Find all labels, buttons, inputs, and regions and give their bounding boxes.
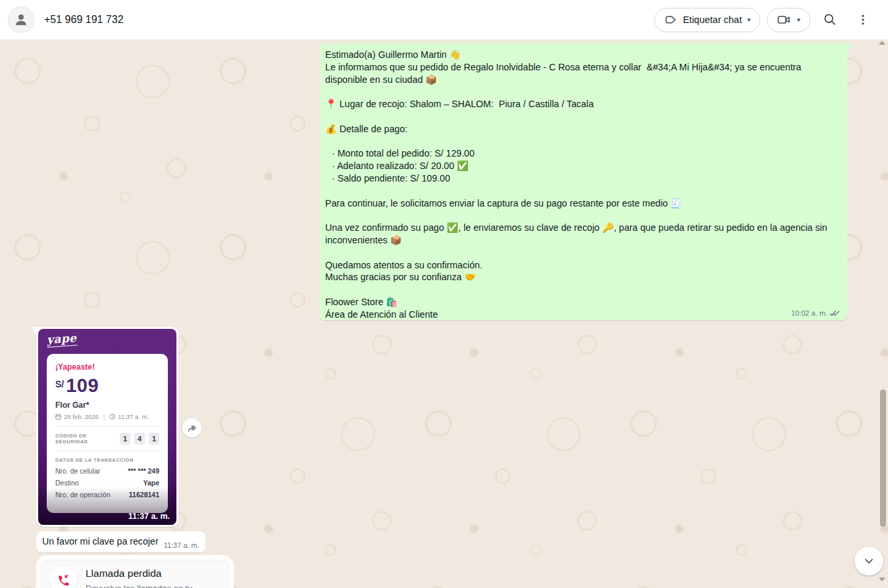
forward-message-button[interactable] [182, 418, 201, 437]
receipt-headline: ¡Yapeaste! [55, 362, 159, 372]
scrollbar-thumb[interactable] [880, 389, 886, 527]
security-code-row: CÓDIGO DE SEGURIDAD 1 4 1 [55, 433, 159, 445]
tx-label: Destino [55, 479, 79, 487]
call-icon-circle [49, 566, 77, 588]
message-line: Área de Atención al Cliente [325, 308, 841, 321]
scrollbar-up-arrow[interactable] [879, 41, 885, 45]
chat-title[interactable]: +51 969 191 732 [44, 14, 124, 26]
chat-panel: Estimado(a) Guillermo Martin 👋 Le inform… [0, 39, 888, 588]
chevron-down-icon: ▾ [747, 16, 751, 23]
message-line: Estimado(a) Guillermo Martin 👋 [325, 49, 841, 61]
double-check-icon [829, 310, 841, 317]
yape-receipt: yape ¡Yapeaste! S/ 109 Flor Gar* 28 feb.… [38, 329, 176, 525]
receipt-date: 28 feb. 2026 [64, 413, 99, 420]
message-line: Floower Store 🛍️ [325, 296, 841, 308]
chevron-down-icon: ▾ [797, 16, 800, 23]
clock-icon [109, 414, 115, 420]
chevron-down-icon [862, 554, 876, 568]
tx-value: *** *** 249 [128, 467, 159, 475]
missed-call-texts: Llamada perdida Devuelve las llamadas en… [86, 566, 221, 588]
message-line: · Adelanto realizado: S/ 20.00 ✅ [325, 160, 841, 172]
label-chat-button[interactable]: Etiquetar chat ▾ [654, 8, 760, 32]
whatsapp-window: +51 969 191 732 Etiquetar chat ▾ ▾ [0, 0, 888, 588]
missed-call-message: Llamada perdida Devuelve las llamadas en… [36, 555, 234, 588]
transaction-row: Destino Yape [55, 479, 159, 487]
tx-label: Nro. de celular [55, 467, 100, 475]
incoming-text-message: Un favor mi clave pa recojer 11:37 a. m. [36, 531, 205, 552]
payee-name: Flor Gar* [55, 401, 159, 410]
outgoing-order-message: Estimado(a) Guillermo Martin 👋 Le inform… [319, 43, 847, 320]
transaction-section-label: DATOS DE LA TRANSACCIÓN [55, 457, 159, 463]
message-line: Quedamos atentos a su confirmación. [325, 259, 841, 272]
missed-call-subtitle: Devuelve las llamadas en tu teléfono [86, 583, 221, 588]
message-line: Una vez confirmado su pago ✅, le enviare… [325, 222, 841, 247]
separator: | [103, 413, 105, 420]
currency-symbol: S/ [55, 379, 64, 389]
chat-header: +51 969 191 732 Etiquetar chat ▾ ▾ [0, 0, 888, 39]
header-actions: Etiquetar chat ▾ ▾ [654, 7, 876, 33]
label-tag-icon [664, 14, 677, 26]
message-timestamp: 11:37 a. m. [164, 541, 199, 549]
missed-call-title: Llamada perdida [86, 568, 221, 579]
receipt-image-message[interactable]: yape ¡Yapeaste! S/ 109 Flor Gar* 28 feb.… [36, 327, 178, 527]
message-line: · Monto total del pedido: S/ 129.00 [325, 147, 841, 160]
receipt-datetime: 28 feb. 2026 | 11:37 a. m. [55, 413, 159, 420]
search-icon [823, 12, 837, 27]
message-line: 💰 Detalle de pago: [325, 123, 841, 135]
divider [55, 426, 159, 427]
yape-logo: yape [46, 331, 77, 347]
receipt-amount: S/ 109 [55, 376, 159, 395]
code-digit: 1 [149, 433, 159, 445]
code-digit: 4 [134, 433, 145, 445]
video-camera-icon [777, 13, 791, 26]
scroll-to-bottom-button[interactable] [854, 547, 883, 576]
message-line: · Saldo pendiente: S/ 109.00 [325, 172, 841, 185]
menu-button[interactable] [850, 7, 876, 33]
contact-avatar[interactable] [8, 7, 34, 33]
missed-call-icon [56, 573, 70, 587]
transaction-row: Nro. de celular *** *** 249 [55, 467, 159, 475]
amount-value: 109 [66, 376, 99, 395]
message-line: Para continuar, le solicitamos enviar la… [325, 197, 841, 210]
calendar-icon [55, 414, 61, 420]
search-button[interactable] [817, 7, 843, 33]
message-meta: 10:02 a. m. [791, 309, 841, 317]
security-code-label: CÓDIGO DE SEGURIDAD [55, 433, 120, 445]
person-icon [13, 11, 30, 28]
message-line: Le informamos que su pedido de Regalo In… [325, 61, 841, 86]
image-timestamp: 11:37 a. m. [128, 512, 170, 521]
kebab-menu-icon [856, 12, 870, 27]
message-line: 📍 Lugar de recojo: Shalom – SHALOM: Piur… [325, 98, 841, 110]
label-chat-text: Etiquetar chat [683, 14, 741, 25]
tx-value: Yape [143, 479, 159, 487]
missed-call-card: Llamada perdida Devuelve las llamadas en… [41, 560, 229, 588]
scrollbar-down-arrow[interactable] [879, 577, 885, 581]
security-code-digits: 1 4 1 [120, 433, 159, 445]
message-timestamp: 10:02 a. m. [791, 309, 827, 317]
forward-icon [186, 422, 197, 433]
video-call-button[interactable]: ▾ [767, 8, 810, 32]
message-line: Muchas gracias por su confianza 🤝 [325, 271, 841, 283]
code-digit: 1 [120, 433, 130, 445]
message-text: Un favor mi clave pa recojer [42, 535, 159, 548]
divider [55, 451, 159, 451]
receipt-time: 11:37 a. m. [118, 413, 149, 420]
